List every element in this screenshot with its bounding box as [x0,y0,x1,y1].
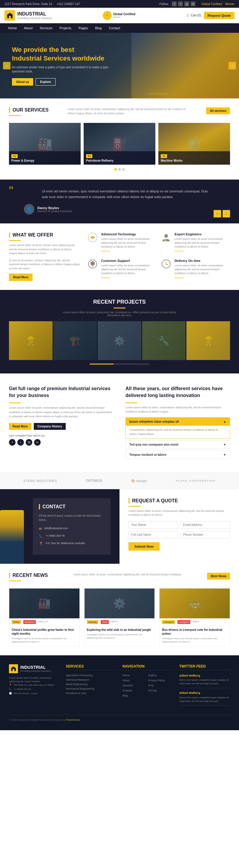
linkedin-social[interactable]: in [34,439,41,446]
more-news-button[interactable]: More News [207,573,230,580]
technology-link[interactable]: Explore [101,250,157,253]
news-tag-2b: Tech [101,620,109,624]
hero-prev-button[interactable]: ‹ [3,62,10,69]
footer-phone: 📞 +1 6605-204-78 [9,688,60,690]
nav-home[interactable]: Home [4,23,20,33]
facebook-icon[interactable]: f [172,1,177,6]
service-card-1[interactable]: 🏭 T1 Power & Energy [9,123,81,165]
footer-hours-icon: 🕐 [9,692,12,695]
faq-item-1[interactable]: Ipsum nidspitem class voluptas sit ▲ Con… [126,417,230,439]
news-card-2[interactable]: ⚙️ Industry Tech April 5 Exploring the w… [84,588,155,646]
footer-nav-services[interactable]: Services [123,684,148,687]
footer-service-4[interactable]: Mechanical Engineering [66,687,116,690]
premium-read-more-button[interactable]: Read More [9,423,31,430]
twitter-icon[interactable]: t [178,1,183,6]
nav-services[interactable]: Services [36,23,56,33]
hero-next-button[interactable]: › [229,62,236,69]
linkedin-icon[interactable]: in [191,1,195,6]
dot-1[interactable] [114,168,117,170]
service-card-3[interactable]: ⚙️ T1 Machine Works [158,123,230,165]
delivery-link[interactable]: Explore [175,276,230,279]
project-2[interactable]: 🏗️ [53,321,97,360]
footer-nav-about[interactable]: About [123,679,148,682]
news-date-1: March 12 [38,620,48,624]
developer-link[interactable]: ThemeForest [66,719,80,721]
faq-header-3[interactable]: Tempus incidunt ut labore ▼ [126,451,230,459]
svg-point-12 [165,264,167,265]
projects-title: RECENT PROJECTS [9,299,230,305]
faq-body-1: Consectetuer adipiscing elit, sed do eiu… [126,426,230,438]
quote-divider [129,506,140,507]
footer-service-2[interactable]: Chemical Research [66,678,116,681]
news-card-1[interactable]: 🏭 China Business March 12 China's Indust… [9,588,80,646]
footer-nav-home[interactable]: Home [123,674,148,677]
company-history-button[interactable]: Company History [34,423,66,430]
news-meta-3: Transport Liverpool May 8 [160,618,230,626]
services-section: OUR SERVICES Lorem ipsum dolor sit amet,… [0,98,239,180]
instagram-social[interactable]: 📷 [26,439,32,446]
top-bar-left: 1127 Research Park Drive, Suite 10 +012 … [4,2,80,6]
footer-nav-privacy[interactable]: Privacy Policy [148,679,173,682]
footer-service-3[interactable]: Metal Engineering [66,683,116,686]
engineers-link[interactable]: Explore [175,250,230,253]
project-5[interactable]: 👷 [186,321,230,360]
project-4[interactable]: 🔧 [142,321,186,360]
hero-buttons: About us Explore [12,78,116,86]
facebook-social[interactable]: f [9,439,16,446]
nav-blog[interactable]: Blog [91,23,105,33]
testimonial-prev-button[interactable]: ‹ [214,210,221,217]
explore-button[interactable]: Explore [35,78,56,86]
technology-title: Advanced Technology [101,232,157,236]
quote-subject-input[interactable] [129,531,178,538]
footer-about-desc: Lorem ipsum dolor sit amet, consectetur … [9,676,60,684]
project-3[interactable]: ⚙️ [98,321,141,360]
offer-desc-1: Lorem ipsum dolor sit amet, consec tetur… [9,243,80,256]
offer-item-support: Customer Support Lorem ipsum dolor sit a… [87,259,157,281]
google-icon[interactable]: g [184,1,189,6]
quote-form-row-1 [129,521,230,529]
service-overlay-1: T1 Power & Energy [9,151,81,165]
footer-nav-faq[interactable]: FAQ [148,684,173,687]
dot-3[interactable] [122,168,125,170]
premium-section: Get full range of premium Industrial ser… [0,373,239,472]
testimonial-next-button[interactable]: › [222,210,230,217]
nav-about[interactable]: About [20,23,36,33]
footer-service-5[interactable]: Petroleum & Gas [66,692,116,695]
contact-side: CONTACT Fill the third of query contact … [0,489,120,564]
read-more-button[interactable]: Read More [9,274,32,281]
dot-2[interactable] [118,168,121,170]
project-1[interactable]: 👷 [9,321,53,360]
news-grid: 🏭 China Business March 12 China's Indust… [9,588,230,646]
footer-nav-blog[interactable]: Blog [123,694,148,697]
footer-nav-pricing[interactable]: Pricing [148,689,173,692]
tweet-text-1: Nemo enim ipsam voluptatem quia voluptas… [179,679,229,685]
location-icon: 📍 [39,542,43,546]
request-quote-button[interactable]: Request Quote [204,12,235,19]
faq-header-2[interactable]: Ted quia non numquam also moist ▼ [126,440,230,448]
news-tag-3a: Transport [162,620,175,624]
news-card-3[interactable]: 🚌 Transport Liverpool May 8 Bus drivers … [159,588,230,646]
hero-title-highlight: Industrial [12,55,42,62]
nav-pages[interactable]: Pages [75,23,91,33]
footer-service-1[interactable]: Agriculture Processing [66,674,116,677]
faq-item-3[interactable]: Tempus incidunt ut labore ▼ [126,451,230,459]
faq-header-1[interactable]: Ipsum nidspitem class voluptas sit ▲ [126,417,230,426]
about-us-button[interactable]: About us [12,78,33,86]
faq-item-2[interactable]: Ted quia non numquam also moist ▼ [126,440,230,449]
footer-nav-projects[interactable]: Projects [123,689,148,692]
logo[interactable]: INDUSTRIAL Providing Industrial Solution… [4,10,52,21]
all-services-button[interactable]: All services [206,107,230,114]
quote-email-input[interactable] [181,521,230,529]
service-card-2[interactable]: ⛽ T1 Petroleum Refinery [84,123,155,165]
winner-text: Winner [225,2,235,6]
quote-phone-input[interactable] [181,531,230,538]
nav-contact[interactable]: Contact [105,23,124,33]
footer-nav-gallery[interactable]: Gallery [148,674,173,677]
quote-submit-button[interactable]: Submit Now [129,542,160,551]
support-link[interactable]: Explore [101,276,157,279]
nav-projects[interactable]: Projects [56,23,75,33]
delivery-title: Delivery On time [175,259,230,262]
quote-name-input[interactable] [129,521,178,529]
cart-button[interactable]: 🛒 Cart (0) [186,14,201,17]
twitter-social[interactable]: t [17,439,24,446]
